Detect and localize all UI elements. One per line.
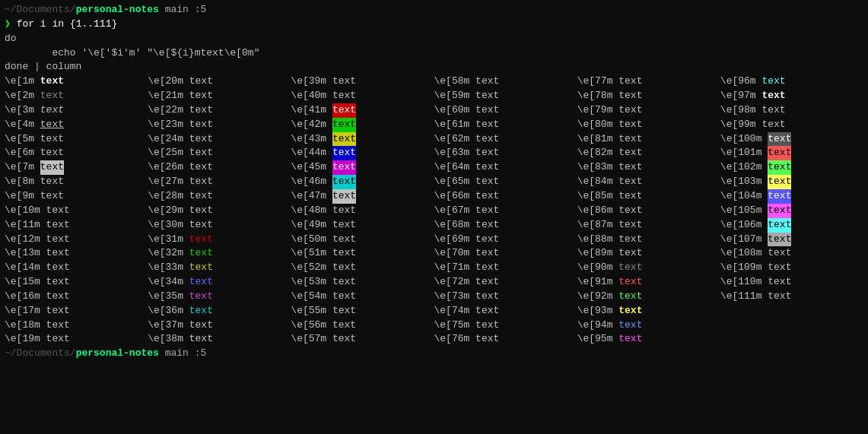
done-line: done | column xyxy=(5,60,863,74)
col4: \e[58m text \e[59m text \e[60m text \e[6… xyxy=(434,74,577,347)
col3: \e[39m text \e[40m text \e[41m text \e[4… xyxy=(291,74,434,347)
echo-line: echo '\e['$i'm' "\e[${i}mtext\e[0m" xyxy=(5,46,863,61)
prompt-line: ❯ for i in {1..111} xyxy=(5,17,863,32)
col1: \e[1m text \e[2m text \e[3m text \e[4m t… xyxy=(5,74,148,347)
col6: \e[96m text \e[97m text \e[98m text \e[9… xyxy=(720,74,863,347)
terminal: ~/Documents/personal-notes main :5 ❯ for… xyxy=(5,3,863,431)
bottom-partial: ~/Documents/personal-notes main :5 xyxy=(5,347,863,361)
do-line: do xyxy=(5,32,863,46)
col5: \e[77m text \e[78m text \e[79m text \e[8… xyxy=(577,74,720,347)
path-line: ~/Documents/personal-notes main :5 xyxy=(5,3,863,17)
color-table: \e[1m text \e[2m text \e[3m text \e[4m t… xyxy=(5,74,863,347)
col2: \e[20m text \e[21m text \e[22m text \e[2… xyxy=(148,74,291,347)
